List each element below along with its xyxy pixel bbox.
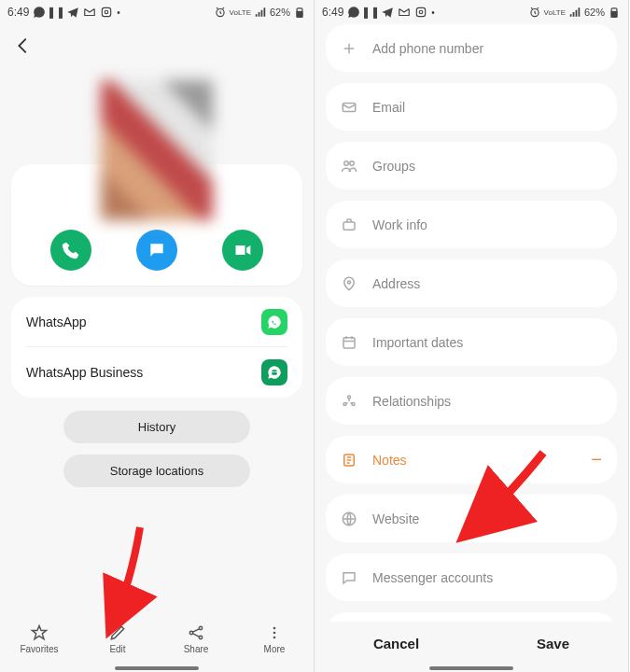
whatsapp-icon [261,309,287,335]
signal-icon [568,6,581,19]
nav-edit[interactable]: Edit [90,623,146,654]
people-icon [341,158,357,175]
pin-icon [341,275,357,292]
envelope-icon [341,99,357,116]
home-indicator [429,666,513,670]
bottom-nav: Favorites Edit Share More [0,612,314,665]
video-call-button[interactable] [222,230,263,271]
star-icon [30,623,49,642]
svg-point-17 [344,161,349,165]
field-label: Work info [372,217,427,232]
pencil-icon [108,623,127,642]
contact-detail-screen: 6:49 ❚❚ • VoLTE 62% [0,0,315,672]
instagram-icon [100,6,113,19]
status-bar: 6:49 ❚❚ • VoLTE 62% [315,0,628,24]
contact-avatar[interactable] [0,80,314,220]
share-icon [187,623,205,642]
whatsapp-row[interactable]: WhatsApp [26,297,287,347]
svg-point-22 [348,396,351,399]
relationships-field[interactable]: Relationships [341,377,602,425]
message-button[interactable] [136,230,177,271]
remove-icon[interactable]: − [591,449,602,470]
plus-icon [341,40,357,57]
linked-apps-card: WhatsApp WhatsApp Business [11,297,302,398]
svg-point-20 [348,281,351,284]
edit-contact-screen: 6:49 ❚❚ • VoLTE 62% [315,0,629,672]
field-label: Groups [372,159,415,174]
notes-field[interactable]: Notes − [341,436,602,483]
alarm-icon [528,6,541,19]
groups-field[interactable]: Groups [341,142,602,189]
nav-label: Share [184,644,209,654]
whatsapp-icon [33,6,46,19]
whatsapp-icon [347,6,360,19]
battery-percent: 62% [270,7,290,18]
nav-share[interactable]: Share [168,623,224,654]
call-button[interactable] [50,230,91,271]
svg-rect-19 [343,222,355,230]
gmail-icon [83,6,96,19]
cancel-button[interactable]: Cancel [351,628,441,659]
battery-icon [293,6,306,19]
save-button[interactable]: Save [514,628,592,659]
svg-point-1 [105,10,109,14]
nav-label: More [264,644,286,654]
field-label: Messenger accounts [372,570,493,585]
edit-fields-list[interactable]: Add phone number Email Groups Work info … [315,24,628,625]
pause-icon: ❚❚ [49,6,63,19]
status-time: 6:49 [322,6,343,19]
svg-rect-11 [417,7,426,16]
alarm-icon [214,6,227,19]
svg-point-10 [273,636,276,638]
battery-icon [608,6,621,19]
volte-label: VoLTE [230,8,251,17]
relationships-icon [341,393,357,410]
field-label: Address [372,276,420,291]
edit-bottom-actions: Cancel Save [315,622,628,665]
status-time: 6:49 [7,6,29,19]
messenger-accounts-field[interactable]: Messenger accounts [341,553,602,601]
email-field[interactable]: Email [341,83,602,131]
nav-label: Favorites [20,644,58,654]
svg-point-9 [273,631,276,634]
storage-locations-button[interactable]: Storage locations [63,455,250,487]
field-label: Add phone number [372,41,483,56]
more-icon [265,623,284,642]
whatsapp-business-icon [261,359,287,385]
website-field[interactable]: Website [341,495,602,542]
svg-rect-21 [343,337,355,347]
important-dates-field[interactable]: Important dates [341,318,602,366]
field-label: Relationships [372,394,451,409]
chat-icon [341,569,357,586]
svg-rect-4 [297,11,302,17]
nav-favorites[interactable]: Favorites [11,623,67,654]
telegram-icon [66,6,79,19]
history-button[interactable]: History [63,411,250,443]
field-label: Notes [372,453,407,468]
field-label: Email [372,100,405,115]
add-phone-field[interactable]: Add phone number [341,24,602,72]
svg-point-24 [352,402,355,405]
briefcase-icon [341,217,357,233]
svg-point-23 [343,402,346,405]
status-bar: 6:49 ❚❚ • VoLTE 62% [0,0,314,24]
battery-percent: 62% [584,7,605,18]
globe-icon [341,511,357,527]
app-label: WhatsApp Business [26,365,143,380]
svg-point-8 [273,626,276,629]
gmail-icon [398,6,411,19]
field-label: Important dates [372,335,463,350]
field-label: Website [372,511,419,526]
telegram-icon [381,6,394,19]
back-button[interactable] [13,35,34,62]
nav-more[interactable]: More [246,623,302,654]
calendar-icon [341,334,357,351]
whatsapp-business-row[interactable]: WhatsApp Business [26,347,287,398]
svg-point-7 [199,636,202,638]
work-info-field[interactable]: Work info [341,201,602,248]
pause-icon: ❚❚ [364,6,377,19]
address-field[interactable]: Address [341,259,602,307]
svg-point-12 [420,10,424,14]
home-indicator [115,666,199,670]
svg-point-5 [189,631,192,634]
